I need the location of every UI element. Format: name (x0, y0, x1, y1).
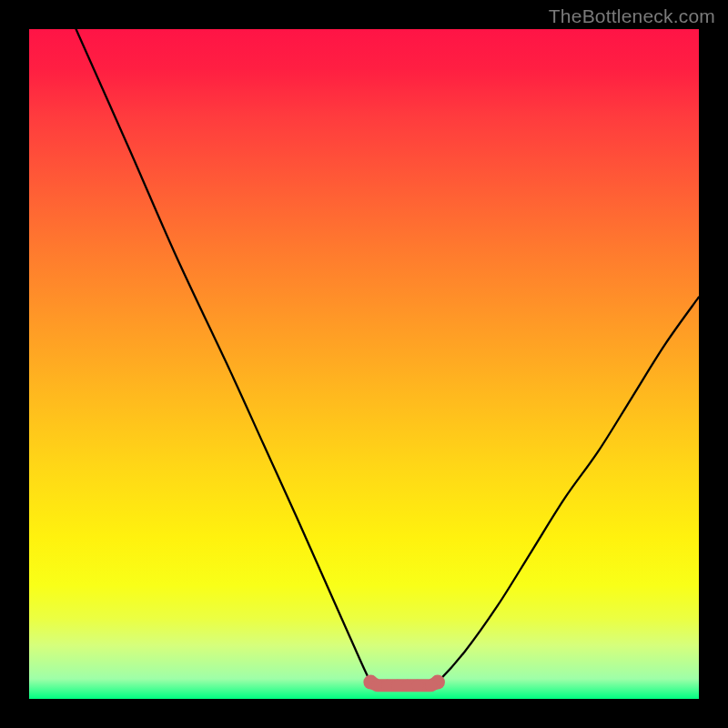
chart-overlay-svg (29, 29, 699, 699)
highlight-bead (425, 680, 437, 692)
bottom-plateau-marker (363, 675, 445, 692)
highlight-bead (411, 680, 423, 692)
bottleneck-curve (76, 29, 699, 686)
attribution-label: TheBottleneck.com (549, 5, 715, 27)
chart-plot-area (29, 29, 699, 699)
chart-frame: TheBottleneck.com (0, 0, 728, 728)
